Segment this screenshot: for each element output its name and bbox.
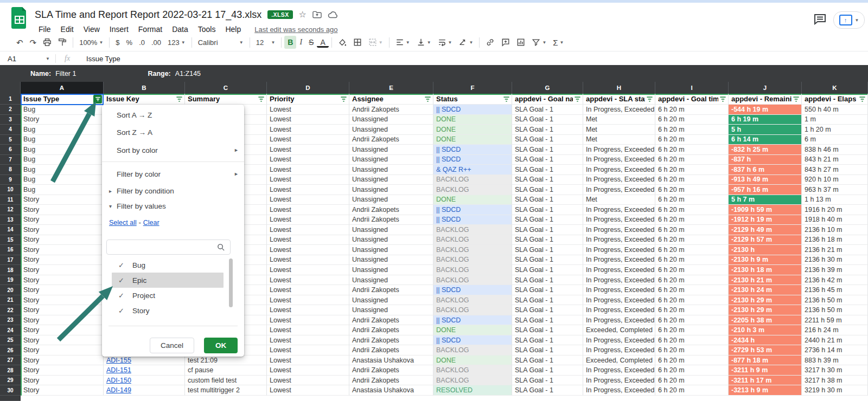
cell-K27[interactable]: 883 h 39 m — [802, 355, 868, 366]
cell-C27[interactable]: test 21:09 — [185, 355, 267, 366]
menu-format[interactable]: Format — [133, 24, 167, 34]
cell-I24[interactable]: 6 h 20 m — [655, 325, 729, 335]
cell-D14[interactable]: Lowest — [267, 225, 349, 235]
cell-F12[interactable]: || SDCD — [433, 205, 512, 215]
cell-F27[interactable]: DONE — [433, 355, 512, 366]
row-header-20[interactable]: 20 — [0, 285, 21, 295]
cell-E20[interactable]: Andrii Zakopets — [349, 285, 433, 295]
chevron-down-icon[interactable]: ▼ — [855, 18, 859, 23]
decrease-decimal-button[interactable]: .0 — [136, 36, 148, 49]
cell-K26[interactable]: 2736 h 14 m — [802, 345, 868, 355]
cell-D11[interactable]: Lowest — [267, 195, 349, 205]
cell-K15[interactable]: 2136 h 18 m — [802, 235, 868, 245]
cell-J20[interactable]: -2130 h 24 m — [729, 285, 802, 295]
print-button[interactable] — [40, 36, 55, 49]
cell-H3[interactable]: Met — [583, 115, 655, 125]
cell-H19[interactable]: In Progress, Exceeded — [583, 275, 655, 286]
filter-value-story[interactable]: ✓Story — [102, 303, 232, 318]
cell-G20[interactable]: SLA Goal - 1 — [512, 285, 583, 295]
row-header-24[interactable]: 24 — [0, 325, 21, 335]
cell-I5[interactable]: 6 h 20 m — [655, 135, 729, 145]
cell-I20[interactable]: 6 h 20 m — [655, 285, 729, 295]
cell-A2[interactable]: Bug — [21, 105, 104, 115]
cell-D27[interactable]: Lowest — [267, 355, 349, 366]
cell-I16[interactable]: 6 h 20 m — [655, 245, 729, 255]
cell-K5[interactable]: 6 m — [802, 135, 868, 145]
cell-H8[interactable]: In Progress, Exceeded — [583, 165, 655, 175]
cell-A12[interactable]: Story — [21, 205, 104, 215]
row-header-17[interactable]: 17 — [0, 255, 21, 266]
cell-I12[interactable]: 6 h 20 m — [655, 205, 729, 215]
cell-H6[interactable]: In Progress, Exceeded — [583, 145, 655, 155]
last-edit-link[interactable]: Last edit was seconds ago — [254, 25, 337, 34]
row-header-10[interactable]: 10 — [0, 185, 21, 195]
cell-H18[interactable]: In Progress, Exceeded — [583, 265, 655, 275]
cell-J19[interactable]: -2130 h 21 m — [729, 275, 802, 286]
cell-F25[interactable]: || SDCD — [433, 335, 512, 346]
cell-J13[interactable]: -1912 h 19 m — [729, 215, 802, 225]
filter-name-value[interactable]: Filter 1 — [55, 70, 76, 77]
cell-J5[interactable]: 6 h 14 m — [729, 135, 802, 145]
cell-F16[interactable]: BACKLOG — [433, 245, 512, 255]
cell-I30[interactable]: 6 h 20 m — [655, 385, 729, 396]
cell-G13[interactable]: SLA Goal - 1 — [512, 215, 583, 225]
grid-corner[interactable] — [0, 82, 21, 94]
cell-G24[interactable]: SLA Goal - 1 — [512, 325, 583, 335]
cell-E16[interactable]: Unassigned — [349, 245, 433, 255]
cell-G16[interactable]: SLA Goal - 1 — [512, 245, 583, 255]
cell-D2[interactable]: Lowest — [267, 105, 349, 115]
cell-D28[interactable]: Lowest — [267, 365, 349, 376]
cell-A21[interactable]: Story — [21, 295, 104, 306]
cell-K4[interactable]: 1 h 20 m — [802, 125, 868, 135]
cell-K21[interactable]: 2136 h 50 m — [802, 295, 868, 306]
cell-A17[interactable]: Story — [21, 255, 104, 266]
row-header-2[interactable]: 2 — [0, 105, 21, 115]
cell-E27[interactable]: Anastasia Ushakova — [349, 355, 433, 366]
cell-F19[interactable]: BACKLOG — [433, 275, 512, 286]
cell-I4[interactable]: 6 h 20 m — [655, 125, 729, 135]
text-wrap-button[interactable]: ▼ — [435, 36, 456, 49]
row-header-25[interactable]: 25 — [0, 335, 21, 346]
text-color-button[interactable]: A — [317, 37, 328, 48]
row-header-30[interactable]: 30 — [0, 385, 21, 396]
row-header-13[interactable]: 13 — [0, 215, 21, 225]
row-header-19[interactable]: 19 — [0, 275, 21, 286]
list-scrollbar[interactable] — [229, 258, 233, 307]
filter-value-project[interactable]: ✓Project — [102, 288, 232, 303]
cell-A20[interactable]: Story — [21, 285, 104, 295]
cell-F8[interactable]: & QAZ R++ — [433, 165, 512, 175]
cell-F4[interactable]: DONE — [433, 125, 512, 135]
menu-help[interactable]: Help — [220, 24, 246, 34]
cell-A8[interactable]: Bug — [21, 165, 104, 175]
filter-icon[interactable] — [719, 95, 726, 102]
filter-icon[interactable] — [793, 95, 800, 102]
cell-H22[interactable]: In Progress, Exceeded — [583, 305, 655, 315]
cell-I15[interactable]: 6 h 20 m — [655, 235, 729, 245]
cell-I23[interactable]: 6 h 20 m — [655, 315, 729, 326]
create-filter-button[interactable]: ▼ — [528, 36, 550, 49]
fill-color-button[interactable] — [335, 36, 350, 49]
cell-I6[interactable]: 6 h 20 m — [655, 145, 729, 155]
row-header-18[interactable]: 18 — [0, 265, 21, 275]
header-cell-J[interactable]: appdevi - Remainin — [729, 94, 802, 105]
row-header-8[interactable]: 8 — [0, 165, 21, 175]
cell-I26[interactable]: 6 h 20 m — [655, 345, 729, 355]
cell-G2[interactable]: SLA Goal - 1 — [512, 105, 583, 115]
cell-I29[interactable]: 6 h 20 m — [655, 376, 729, 386]
cell-H24[interactable]: Exceeded, Completed — [583, 325, 655, 335]
menu-view[interactable]: View — [79, 24, 105, 34]
column-header-J[interactable]: J — [729, 82, 802, 94]
cell-A7[interactable]: Bug — [21, 155, 104, 165]
cell-H9[interactable]: In Progress, Exceeded — [583, 175, 655, 185]
cell-G7[interactable]: SLA Goal - 1 — [512, 155, 583, 165]
strikethrough-button[interactable]: S — [305, 36, 317, 49]
cell-F10[interactable]: BACKLOG — [433, 185, 512, 195]
cell-G26[interactable]: SLA Goal - 1 — [512, 345, 583, 355]
menu-tools[interactable]: Tools — [193, 24, 221, 34]
cell-I28[interactable]: 6 h 20 m — [655, 365, 729, 376]
row-header-11[interactable]: 11 — [0, 195, 21, 205]
cell-A14[interactable]: Story — [21, 225, 104, 235]
cell-B28[interactable]: ADI-151 — [104, 365, 185, 376]
row-header-27[interactable]: 27 — [0, 355, 21, 366]
cell-G6[interactable]: SLA Goal - 1 — [512, 145, 583, 155]
